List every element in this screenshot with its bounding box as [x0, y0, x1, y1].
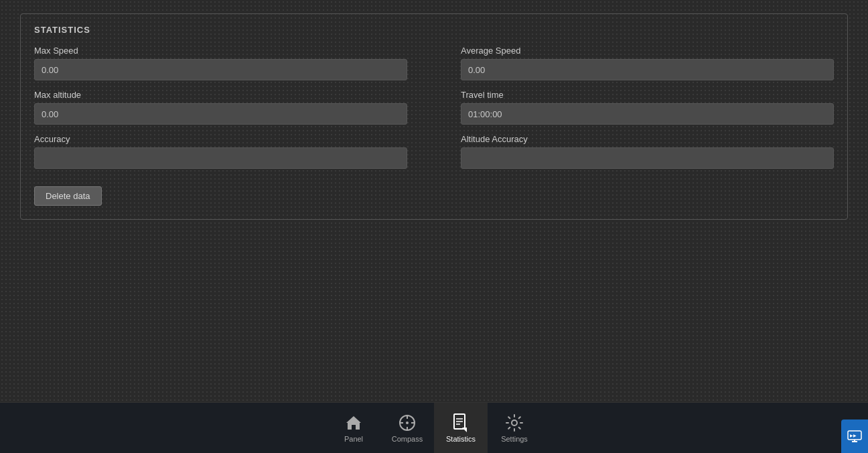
average-speed-label: Average Speed	[461, 46, 834, 56]
left-column: Max Speed Max altitude Accuracy	[34, 46, 407, 178]
max-altitude-group: Max altitude	[34, 90, 407, 125]
altitude-accuracy-input[interactable]	[461, 147, 834, 169]
main-content: STATISTICS Max Speed Max altitude Accura…	[0, 0, 868, 402]
svg-marker-0	[346, 416, 361, 430]
altitude-accuracy-group: Altitude Accuracy	[461, 134, 834, 169]
nav-item-statistics[interactable]: Statistics	[434, 403, 488, 454]
remote-desktop-button[interactable]: ▶▶	[841, 419, 868, 453]
nav-item-compass[interactable]: Compass	[380, 403, 434, 454]
statistics-icon	[451, 413, 470, 432]
max-altitude-input[interactable]	[34, 103, 407, 125]
compass-icon	[398, 413, 417, 432]
nav-item-panel[interactable]: Panel	[327, 403, 380, 454]
accuracy-group: Accuracy	[34, 134, 407, 169]
bottom-nav: Panel Compass Statistics	[0, 402, 868, 453]
panel-icon	[344, 413, 363, 432]
average-speed-input[interactable]	[461, 59, 834, 80]
settings-label: Settings	[501, 435, 528, 443]
max-speed-group: Max Speed	[34, 46, 407, 80]
statistics-panel: STATISTICS Max Speed Max altitude Accura…	[20, 13, 848, 220]
nav-item-settings[interactable]: Settings	[488, 403, 541, 454]
statistics-label: Statistics	[446, 435, 476, 443]
average-speed-group: Average Speed	[461, 46, 834, 80]
svg-point-2	[406, 422, 409, 424]
svg-point-12	[512, 420, 517, 426]
panel-label: Panel	[344, 435, 363, 443]
travel-time-input[interactable]	[461, 103, 834, 125]
travel-time-group: Travel time	[461, 90, 834, 125]
right-column: Average Speed Travel time Altitude Accur…	[461, 46, 834, 178]
settings-icon	[505, 413, 524, 432]
max-altitude-label: Max altitude	[34, 90, 407, 100]
statistics-title: STATISTICS	[34, 25, 834, 35]
compass-label: Compass	[392, 435, 423, 443]
accuracy-input[interactable]	[34, 147, 407, 169]
delete-data-button[interactable]: Delete data	[34, 186, 102, 206]
accuracy-label: Accuracy	[34, 134, 407, 144]
max-speed-label: Max Speed	[34, 46, 407, 56]
svg-text:▶▶: ▶▶	[850, 434, 857, 438]
fields-grid: Max Speed Max altitude Accuracy Average …	[34, 46, 834, 178]
max-speed-input[interactable]	[34, 59, 407, 80]
travel-time-label: Travel time	[461, 90, 834, 100]
altitude-accuracy-label: Altitude Accuracy	[461, 134, 834, 144]
svg-marker-11	[462, 428, 467, 432]
